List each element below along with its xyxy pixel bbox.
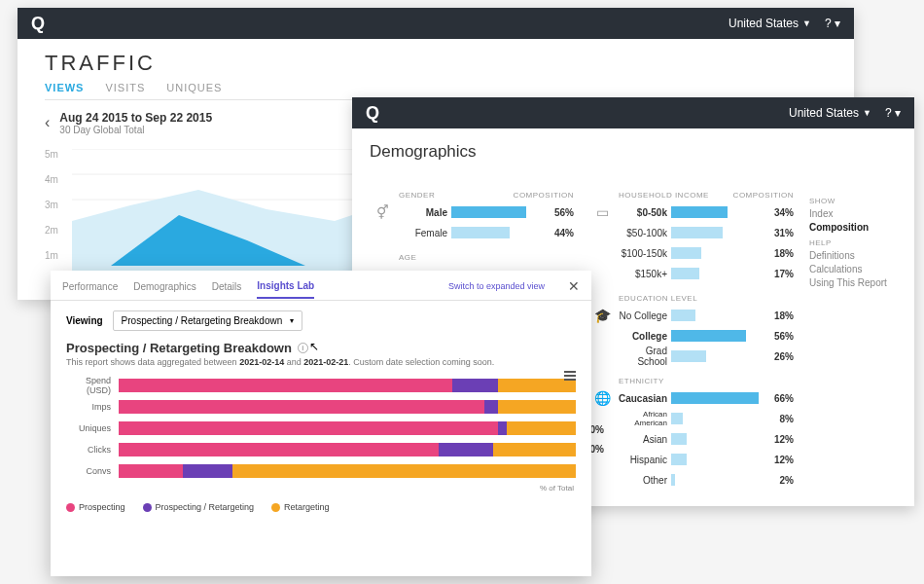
link-index[interactable]: Index xyxy=(809,208,897,219)
viewing-dropdown[interactable]: Prospecting / Retargeting Breakdown▾ xyxy=(113,310,303,331)
legend-retargeting: Retargeting xyxy=(271,502,330,512)
tab-performance[interactable]: Performance xyxy=(62,281,118,298)
chevron-left-icon[interactable]: ‹ xyxy=(45,114,50,131)
info-icon[interactable]: i xyxy=(298,343,308,353)
group-income: HOUSEHOLD INCOMECOMPOSITION ▭$0-50k34% $… xyxy=(589,191,794,282)
wallet-icon: ▭ xyxy=(589,204,615,220)
breakdown-chart: Spend (USD) Imps Uniques Clicks Convs % … xyxy=(66,375,576,493)
link-definitions[interactable]: Definitions xyxy=(809,250,897,261)
date-range-label: Aug 24 2015 to Sep 22 2015 30 Day Global… xyxy=(59,111,212,135)
group-eth: ETHNICITY 🌐Caucasian66% African American… xyxy=(589,377,794,489)
cursor-icon: ↖ xyxy=(309,340,319,353)
legend-prospecting: Prospecting xyxy=(66,502,125,512)
tab-views[interactable]: VIEWS xyxy=(45,82,84,93)
x-axis-label: % of Total xyxy=(66,484,576,493)
locale-dropdown[interactable]: United States▼ xyxy=(729,17,811,30)
topbar: Q United States▼ ? ▾ xyxy=(18,8,854,39)
link-using-report[interactable]: Using This Report xyxy=(809,277,897,288)
tab-demographics[interactable]: Demographics xyxy=(133,281,195,298)
topbar: Q United States▼ ? ▾ xyxy=(352,97,914,128)
link-composition[interactable]: Composition xyxy=(809,222,897,233)
legend-prospecting-retargeting: Prospecting / Retargeting xyxy=(143,502,255,512)
logo-q: Q xyxy=(366,103,379,124)
report-title: Prospecting / Retargeting Breakdown i xyxy=(66,341,576,355)
lab-tabs: Performance Demographics Details Insight… xyxy=(51,271,591,301)
help-button[interactable]: ? ▾ xyxy=(885,106,901,120)
pct: 56% xyxy=(545,207,574,218)
viewing-label: Viewing xyxy=(66,315,103,326)
tab-insights-lab[interactable]: Insights Lab xyxy=(257,280,314,299)
switch-expanded-link[interactable]: Switch to expanded view xyxy=(448,281,545,297)
demo-col-mid: HOUSEHOLD INCOMECOMPOSITION ▭$0-50k34% $… xyxy=(589,191,794,500)
graduation-icon: 🎓 xyxy=(589,308,615,323)
chevron-down-icon: ▾ xyxy=(290,316,294,325)
globe-icon: 🌐 xyxy=(589,390,615,406)
locale-dropdown[interactable]: United States▼ xyxy=(789,106,871,120)
page-title: Demographics xyxy=(370,142,897,162)
chevron-down-icon: ▼ xyxy=(863,108,871,118)
link-calculations[interactable]: Calculations xyxy=(809,264,897,274)
tab-details[interactable]: Details xyxy=(212,281,242,298)
chart-legend: Prospecting Prospecting / Retargeting Re… xyxy=(66,502,576,512)
logo-q: Q xyxy=(31,14,45,34)
page-title: TRAFFIC xyxy=(45,51,827,76)
tab-visits[interactable]: VISITS xyxy=(105,82,145,93)
group-edu: EDUCATION LEVEL 🎓No College18% College56… xyxy=(589,294,794,365)
demo-sidebar: SHOW Index Composition HELP Definitions … xyxy=(809,191,897,500)
chevron-down-icon: ▼ xyxy=(802,18,811,28)
group-gender: GENDERCOMPOSITION ⚥Male56% Female44% xyxy=(370,191,574,241)
help-button[interactable]: ? ▾ xyxy=(825,17,840,30)
tab-uniques[interactable]: UNIQUES xyxy=(166,82,222,93)
report-subtitle: This report shows data aggregated betwee… xyxy=(66,357,576,367)
close-icon[interactable]: ✕ xyxy=(568,278,580,300)
insights-lab-panel: Performance Demographics Details Insight… xyxy=(51,271,591,576)
gender-icon: ⚥ xyxy=(370,204,395,220)
chart-menu-icon[interactable] xyxy=(564,371,576,383)
